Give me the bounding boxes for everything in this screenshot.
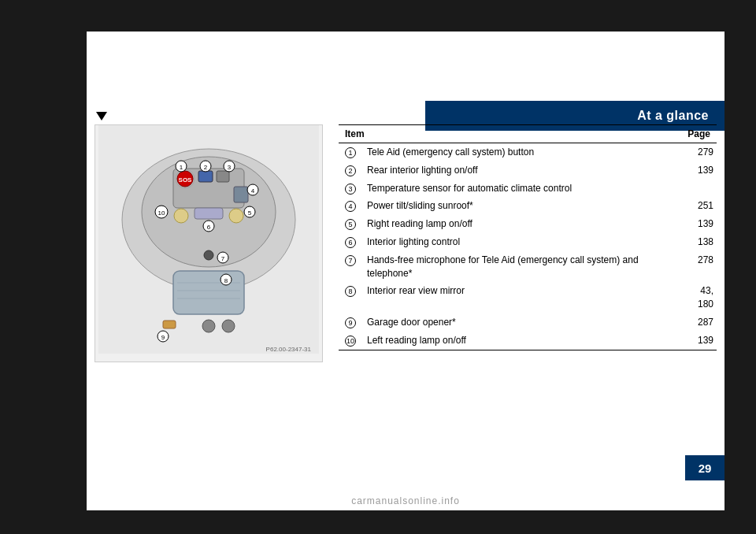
- table-row: 2Rear interior lighting on/off139: [339, 161, 717, 180]
- table-row: 5Right reading lamp on/off139: [339, 215, 717, 233]
- item-page-cell: 139: [681, 215, 717, 233]
- item-description-cell: Interior lighting control: [361, 233, 681, 251]
- item-description-cell: Garage door opener*: [361, 313, 681, 332]
- table-row: 1Tele Aid (emergency call system) button…: [339, 143, 717, 161]
- item-description-cell: Power tilt/sliding sunroof*: [361, 197, 681, 215]
- white-page: At a glance SOS: [87, 32, 724, 510]
- svg-text:10: 10: [158, 210, 165, 217]
- svg-rect-21: [195, 208, 223, 219]
- section-arrow-icon: [96, 112, 107, 121]
- page-number-box: 29: [685, 455, 724, 480]
- svg-text:5: 5: [248, 210, 252, 217]
- item-circle-number: 1: [345, 147, 356, 158]
- item-circle-number: 6: [345, 237, 356, 248]
- item-page-cell: 138: [681, 233, 717, 251]
- item-description-cell: Left reading lamp on/off: [361, 332, 681, 350]
- items-table: Item Page 1Tele Aid (emergency call syst…: [339, 124, 717, 350]
- car-diagram-container: SOS 1 2 3 4 5: [94, 124, 323, 362]
- item-page-cell: 139: [681, 332, 717, 350]
- item-number-cell: 1: [339, 143, 361, 161]
- svg-text:1: 1: [180, 164, 183, 171]
- item-circle-number: 8: [345, 286, 356, 297]
- page-number: 29: [699, 462, 712, 475]
- item-number-cell: 9: [339, 313, 361, 332]
- left-border: [0, 0, 87, 534]
- table-row: 6Interior lighting control138: [339, 233, 717, 251]
- item-description-cell: Rear interior lighting on/off: [361, 161, 681, 180]
- table-row: 7Hands-free microphone for Tele Aid (eme…: [339, 251, 717, 283]
- item-number-cell: 3: [339, 180, 361, 198]
- item-circle-number: 9: [345, 317, 356, 328]
- table-row: 3Temperature sensor for automatic climat…: [339, 180, 717, 198]
- svg-text:3: 3: [228, 164, 232, 171]
- item-description-cell: Hands-free microphone for Tele Aid (emer…: [361, 251, 681, 283]
- svg-text:9: 9: [161, 334, 165, 341]
- svg-text:6: 6: [207, 224, 211, 231]
- page-title: At a glance: [637, 109, 709, 123]
- svg-text:2: 2: [204, 164, 208, 171]
- item-page-cell: [681, 180, 717, 198]
- table-row: 8Interior rear view mirror43, 180: [339, 282, 717, 313]
- svg-text:4: 4: [251, 187, 255, 195]
- svg-point-33: [204, 250, 213, 260]
- svg-rect-9: [198, 171, 213, 182]
- item-number-cell: 5: [339, 215, 361, 233]
- item-number-cell: 8: [339, 282, 361, 313]
- item-description-cell: Interior rear view mirror: [361, 282, 681, 313]
- svg-text:SOS: SOS: [179, 176, 193, 184]
- item-page-cell: 43, 180: [681, 282, 717, 313]
- col-item-header: Item: [339, 125, 681, 143]
- item-description-cell: Right reading lamp on/off: [361, 215, 681, 233]
- svg-point-18: [229, 209, 243, 223]
- content-area: SOS 1 2 3 4 5: [94, 124, 717, 362]
- item-circle-number: 5: [345, 219, 356, 230]
- svg-rect-36: [163, 321, 176, 328]
- item-number-cell: 7: [339, 251, 361, 283]
- svg-rect-12: [217, 171, 229, 182]
- item-description-cell: Temperature sensor for automatic climate…: [361, 180, 681, 198]
- svg-text:7: 7: [221, 255, 225, 262]
- item-page-cell: 279: [681, 143, 717, 161]
- table-row: 10Left reading lamp on/off139: [339, 332, 717, 350]
- svg-text:8: 8: [224, 277, 228, 284]
- item-circle-number: 10: [345, 336, 356, 347]
- top-border: [0, 0, 756, 32]
- car-diagram-svg: SOS 1 2 3 4 5: [98, 125, 319, 362]
- item-number-cell: 4: [339, 197, 361, 215]
- col-page-header: Page: [681, 125, 717, 143]
- item-number-cell: 6: [339, 233, 361, 251]
- item-circle-number: 3: [345, 184, 356, 195]
- svg-point-24: [174, 209, 188, 223]
- item-circle-number: 2: [345, 165, 356, 176]
- table-row: 4Power tilt/sliding sunroof*251: [339, 197, 717, 215]
- svg-text:P62.00-2347-31: P62.00-2347-31: [266, 346, 312, 353]
- item-circle-number: 7: [345, 255, 356, 266]
- watermark: carmanualsonline.info: [351, 495, 460, 506]
- svg-point-40: [222, 320, 235, 332]
- item-page-cell: 139: [681, 161, 717, 180]
- item-page-cell: 278: [681, 251, 717, 283]
- item-page-cell: 251: [681, 197, 717, 215]
- svg-rect-15: [234, 187, 248, 202]
- bottom-border: [0, 510, 756, 534]
- svg-point-39: [202, 320, 215, 332]
- right-border: [724, 0, 756, 534]
- item-circle-number: 4: [345, 201, 356, 212]
- item-number-cell: 10: [339, 332, 361, 350]
- svg-rect-27: [173, 271, 244, 314]
- table-container: Item Page 1Tele Aid (emergency call syst…: [331, 124, 717, 362]
- item-description-cell: Tele Aid (emergency call system) button: [361, 143, 681, 161]
- table-row: 9Garage door opener*287: [339, 313, 717, 332]
- item-page-cell: 287: [681, 313, 717, 332]
- item-number-cell: 2: [339, 161, 361, 180]
